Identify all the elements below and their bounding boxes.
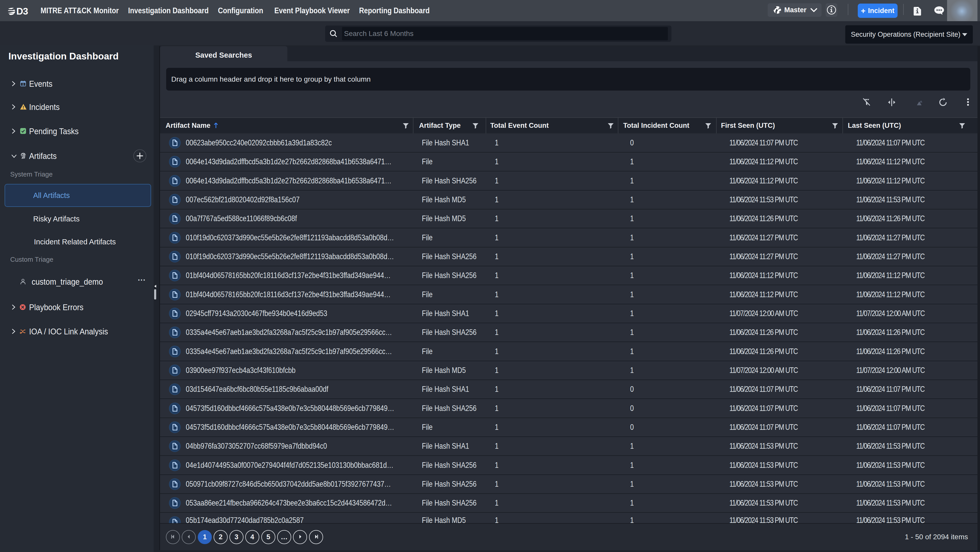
- svg-text:D3: D3: [16, 7, 28, 15]
